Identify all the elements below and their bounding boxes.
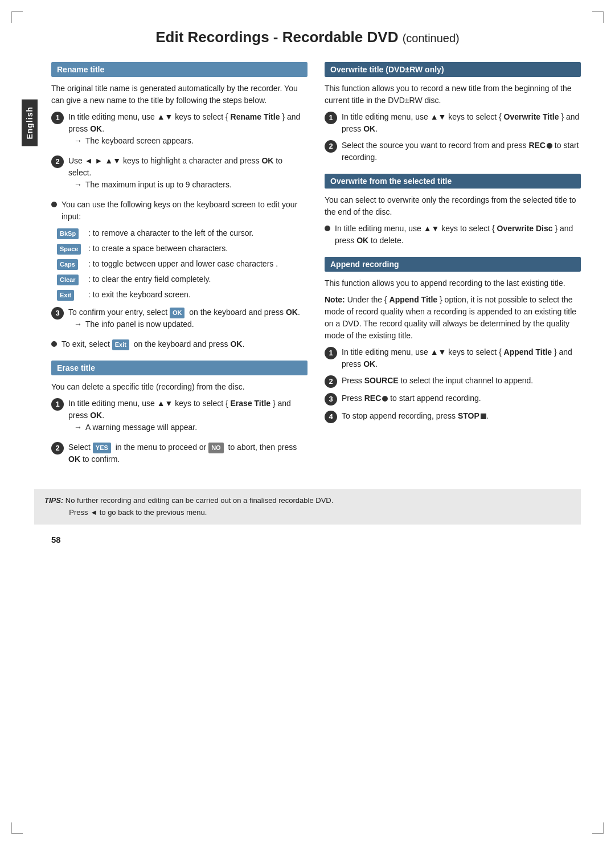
tips-indent	[44, 508, 67, 517]
tips-box: TIPS: No further recording and editing c…	[34, 489, 581, 525]
overwrite-selected-bullet: In title editing menu, use ▲▼ keys to se…	[325, 223, 581, 247]
exit-badge: Exit	[57, 290, 74, 301]
rename-step-1: 1 In title editing menu, use ▲▼ keys to …	[51, 111, 308, 150]
title-text: Edit Recordings - Recordable DVD	[155, 28, 398, 46]
stop-symbol	[481, 413, 486, 419]
erase-title-header: Erase title	[51, 361, 308, 375]
no-badge: NO	[208, 443, 224, 453]
bullet-dot-exit	[51, 341, 57, 347]
append-recording-section: Append recording This function allows yo…	[325, 257, 581, 423]
append-step-num-3: 3	[325, 393, 337, 406]
exit-desc: : to exit the keyboard screen.	[88, 289, 308, 301]
step-num-2: 2	[51, 155, 64, 168]
erase-step-1-content: In title editing menu, use ▲▼ keys to se…	[68, 398, 308, 437]
page-number: 58	[51, 535, 581, 544]
step-3-arrow-text: The info panel is now updated.	[85, 318, 194, 330]
clear-desc: : to clear the entry field completely.	[88, 273, 308, 285]
tips-label: TIPS:	[44, 496, 63, 505]
key-cell-exit: Exit	[57, 289, 88, 301]
append-step-3: 3 Press REC to start append recording.	[325, 392, 581, 406]
append-step-4: 4 To stop append recording, press STOP.	[325, 410, 581, 423]
append-step-num-2: 2	[325, 375, 337, 388]
caps-badge: Caps	[57, 259, 78, 270]
key-row-caps: Caps : to toggle between upper and lower…	[57, 258, 308, 270]
step-3-arrow: → The info panel is now updated.	[74, 318, 308, 330]
overwrite-selected-header: Overwrite from the selected title	[325, 174, 581, 189]
append-step-num-1: 1	[325, 347, 337, 359]
erase-step-2-content: Select YES in the menu to proceed or NO …	[68, 441, 308, 465]
step-num-3: 3	[51, 307, 64, 320]
key-row-bksp: BkSp : to remove a character to the left…	[57, 227, 308, 239]
keyboard-keys-intro: You can use the following keys on the ke…	[62, 199, 308, 223]
erase-title-intro: You can delete a specific title (recordi…	[51, 381, 308, 393]
erase-step-1-arrow: → A warning message will appear.	[74, 421, 308, 433]
bksp-badge: BkSp	[57, 228, 79, 239]
left-column: Rename title The original title name is …	[51, 62, 308, 476]
title-continued-word: continued	[406, 32, 456, 44]
english-tab: English	[22, 100, 38, 146]
title-paren-close: )	[456, 32, 460, 44]
tips-line2: Press ◄ to go back to the previous menu.	[69, 508, 207, 517]
key-cell-clear: Clear	[57, 273, 88, 285]
space-badge: Space	[57, 244, 81, 255]
overwrite-step-num-1: 1	[325, 112, 337, 124]
append-step-2-content: Press SOURCE to select the input channel…	[342, 375, 581, 387]
ok-badge-inline: OK	[170, 308, 185, 318]
key-cell-caps: Caps	[57, 258, 88, 270]
step-2-arrow: → The maximum input is up to 9 character…	[74, 179, 308, 191]
erase-arrow-sym-1: →	[74, 421, 82, 433]
key-row-exit: Exit : to exit the keyboard screen.	[57, 289, 308, 301]
key-cell-space: Space	[57, 243, 88, 255]
overwrite-step-1-content: In title editing menu, use ▲▼ keys to se…	[342, 111, 581, 135]
key-cell-bksp: BkSp	[57, 227, 88, 239]
append-step-num-4: 4	[325, 411, 337, 423]
step-1-arrow-text: The keyboard screen appears.	[85, 135, 194, 147]
page: English Edit Recordings - Recordable DVD…	[0, 0, 615, 868]
bullet-dot-overwrite	[325, 226, 330, 231]
erase-step-1-arrow-text: A warning message will appear.	[85, 421, 197, 433]
overwrite-selected-bullet-text: In title editing menu, use ▲▼ keys to se…	[335, 223, 581, 247]
bullet-dot-keys	[51, 202, 57, 207]
bksp-desc: : to remove a character to the left of t…	[88, 227, 308, 239]
rename-title-header: Rename title	[51, 62, 308, 77]
keys-table: BkSp : to remove a character to the left…	[57, 227, 308, 301]
caps-desc: : to toggle between upper and lower case…	[88, 258, 308, 270]
space-desc: : to create a space between characters.	[88, 243, 308, 255]
erase-step-num-2: 2	[51, 442, 64, 455]
rename-title-section: Rename title The original title name is …	[51, 62, 308, 350]
erase-step-1: 1 In title editing menu, use ▲▼ keys to …	[51, 398, 308, 437]
rec-symbol-2	[382, 396, 388, 402]
step-1-arrow: → The keyboard screen appears.	[74, 135, 308, 147]
overwrite-step-num-2: 2	[325, 140, 337, 153]
tips-line1: No further recording and editing can be …	[65, 496, 333, 505]
corner-mark-tl	[11, 11, 23, 23]
append-step-2: 2 Press SOURCE to select the input chann…	[325, 375, 581, 388]
overwrite-selected-section: Overwrite from the selected title You ca…	[325, 174, 581, 247]
clear-badge: Clear	[57, 275, 79, 285]
append-recording-intro: This function allows you to append recor…	[325, 277, 581, 289]
exit-bullet: To exit, select Exit on the keyboard and…	[51, 338, 308, 350]
append-step-1-content: In title editing menu, use ▲▼ keys to se…	[342, 346, 581, 370]
overwrite-step-2-content: Select the source you want to record fro…	[342, 140, 581, 163]
rename-title-intro: The original title name is generated aut…	[51, 83, 308, 107]
step-1-content: In title editing menu, use ▲▼ keys to se…	[68, 111, 308, 150]
overwrite-selected-intro: You can select to overwrite only the rec…	[325, 194, 581, 218]
arrow-sym-3: →	[74, 318, 82, 330]
append-step-1: 1 In title editing menu, use ▲▼ keys to …	[325, 346, 581, 370]
step-3-content: To confirm your entry, select OK on the …	[68, 306, 308, 334]
overwrite-title-section: Overwrite title (DVD±RW only) This funct…	[325, 62, 581, 163]
append-note: Note: Under the { Append Title } option,…	[325, 294, 581, 342]
key-row-clear: Clear : to clear the entry field complet…	[57, 273, 308, 285]
append-step-4-content: To stop append recording, press STOP.	[342, 410, 581, 422]
page-title: Edit Recordings - Recordable DVD (contin…	[34, 28, 581, 46]
two-col-layout: Rename title The original title name is …	[51, 62, 581, 476]
exit-bullet-text: To exit, select Exit on the keyboard and…	[62, 338, 308, 350]
corner-mark-tr	[592, 11, 604, 23]
append-step-3-content: Press REC to start append recording.	[342, 392, 581, 404]
exit-badge-inline: Exit	[112, 339, 129, 350]
step-num-1: 1	[51, 112, 64, 124]
append-recording-header: Append recording	[325, 257, 581, 272]
yes-badge: YES	[93, 443, 111, 453]
rename-step-3: 3 To confirm your entry, select OK on th…	[51, 306, 308, 334]
erase-title-section: Erase title You can delete a specific ti…	[51, 361, 308, 465]
